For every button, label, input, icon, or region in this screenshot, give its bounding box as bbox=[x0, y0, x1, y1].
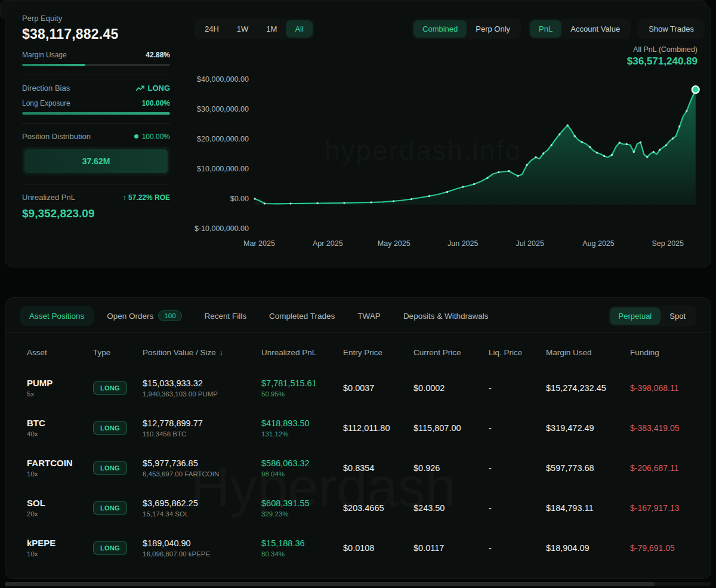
metric-toggle-group: PnLAccount Value bbox=[528, 19, 631, 39]
position-value: $15,033,933.32 bbox=[143, 378, 261, 388]
asset-name: kPEPE bbox=[27, 538, 93, 548]
tab-label: Deposits & Withdrawals bbox=[403, 312, 489, 321]
entry-price-cell: $0.0108 bbox=[343, 543, 413, 553]
data-point bbox=[411, 198, 412, 200]
data-point bbox=[428, 195, 430, 197]
unrealized-pnl-percent: 131.12% bbox=[261, 430, 343, 438]
data-point bbox=[446, 191, 448, 193]
asset-leverage: 10x bbox=[27, 470, 93, 478]
tab-label: TWAP bbox=[357, 312, 381, 321]
unrealized-pnl-percent: 329.23% bbox=[261, 510, 343, 518]
perp-equity-value: $38,117,882.45 bbox=[22, 26, 170, 42]
unrealized-pnl-cell: $15,188.3680.34% bbox=[261, 538, 343, 558]
show-trades-button-show-trades[interactable]: Show Trades bbox=[640, 20, 703, 38]
type-cell: LONG bbox=[93, 461, 143, 475]
market-toggle: PerpetualSpot bbox=[608, 306, 696, 327]
mode-button-combined[interactable]: Combined bbox=[413, 20, 467, 38]
position-size: 15,174.34 SOL bbox=[143, 510, 261, 518]
tab-label: Asset Positions bbox=[29, 312, 84, 321]
y-axis-tick: $10,000,000.00 bbox=[197, 165, 249, 173]
asset-cell: SOL20x bbox=[27, 498, 93, 518]
position-value: $12,778,899.77 bbox=[143, 418, 261, 428]
data-point bbox=[574, 135, 576, 137]
tab-open-orders[interactable]: Open Orders100 bbox=[97, 305, 191, 327]
y-axis-tick: $20,000,000.00 bbox=[197, 135, 249, 143]
metric-button-pnl[interactable]: PnL bbox=[530, 20, 561, 38]
mode-button-perp-only[interactable]: Perp Only bbox=[467, 20, 519, 38]
show-trades-group: Show Trades bbox=[638, 19, 705, 39]
position-distribution-bar-label: 37.62M bbox=[24, 149, 168, 173]
divider bbox=[22, 75, 170, 75]
x-axis-tick: Jun 2025 bbox=[448, 239, 478, 248]
column-header-current-price[interactable]: Current Price bbox=[413, 348, 489, 357]
funding-cell: $-398,068.11 bbox=[630, 383, 696, 393]
tab-deposits-withdrawals[interactable]: Deposits & Withdrawals bbox=[394, 306, 498, 326]
horizontal-scrollbar[interactable] bbox=[5, 582, 711, 586]
pnl-chart[interactable]: hyperdash.info $40,000,000.00$30,000,000… bbox=[184, 69, 706, 253]
column-header-position-value-size[interactable]: Position Value / Size↓ bbox=[143, 348, 261, 357]
y-axis-tick: $30,000,000.00 bbox=[197, 105, 249, 113]
market-button-perpetual[interactable]: Perpetual bbox=[610, 307, 661, 325]
column-header-type[interactable]: Type bbox=[93, 348, 143, 357]
range-button-24h[interactable]: 24H bbox=[196, 20, 228, 38]
column-header-liq-price[interactable]: Liq. Price bbox=[489, 348, 546, 357]
market-button-spot[interactable]: Spot bbox=[661, 307, 695, 325]
unrealized-pnl-value: $608,391.55 bbox=[261, 498, 343, 508]
margin-usage-label: Margin Usage bbox=[22, 51, 67, 59]
liq-price-cell: - bbox=[489, 463, 546, 473]
range-button-1m[interactable]: 1M bbox=[257, 20, 286, 38]
table-row[interactable]: SOL20xLONG$3,695,862.2515,174.34 SOL$608… bbox=[5, 488, 711, 528]
data-point bbox=[653, 151, 655, 153]
table-row[interactable]: PUMP5xLONG$15,033,933.321,940,363,103.00… bbox=[5, 368, 711, 408]
tab-asset-positions[interactable]: Asset Positions bbox=[20, 306, 94, 326]
scrollbar-thumb[interactable] bbox=[5, 582, 655, 586]
table-row[interactable]: kPEPE10xLONG$189,040.9016,096,807.00 kPE… bbox=[5, 528, 711, 568]
margin-usage-value: 42.88% bbox=[146, 51, 170, 59]
current-price-cell: $0.0117 bbox=[413, 543, 489, 553]
x-axis-tick: Aug 2025 bbox=[582, 239, 615, 248]
current-price-cell: $0.0002 bbox=[413, 383, 489, 393]
liq-price-cell: - bbox=[489, 503, 546, 513]
all-pnl-label: All PnL (Combined) bbox=[184, 45, 698, 54]
unrealized-pnl-label: Unrealized PnL bbox=[22, 193, 75, 202]
column-header-entry-price[interactable]: Entry Price bbox=[343, 348, 413, 357]
range-button-all[interactable]: All bbox=[286, 20, 312, 38]
tab-completed-trades[interactable]: Completed Trades bbox=[260, 306, 344, 326]
asset-cell: FARTCOIN10x bbox=[27, 458, 93, 478]
margin-used-cell: $15,274,232.45 bbox=[546, 383, 630, 393]
position-size: 1,940,363,103.00 PUMP bbox=[143, 390, 261, 398]
positions-table: Hyperdash AssetTypePosition Value / Size… bbox=[5, 337, 711, 568]
table-row[interactable]: FARTCOIN10xLONG$5,977,736.856,453,697.00… bbox=[5, 448, 711, 488]
perp-equity-section: Perp Equity $38,117,882.45 Margin Usage … bbox=[22, 14, 170, 66]
unrealized-pnl-cell: $418,893.50131.12% bbox=[261, 418, 343, 438]
unrealized-pnl-percent: 98.04% bbox=[261, 470, 343, 478]
unrealized-pnl-value: $7,781,515.61 bbox=[261, 378, 343, 388]
position-value-cell: $15,033,933.321,940,363,103.00 PUMP bbox=[143, 378, 261, 398]
tab-twap[interactable]: TWAP bbox=[348, 306, 390, 326]
column-header-asset[interactable]: Asset bbox=[27, 348, 93, 357]
trending-up-icon bbox=[135, 85, 144, 92]
x-axis-tick: Mar 2025 bbox=[243, 239, 275, 248]
column-header-unrealized-pnl[interactable]: Unrealized PnL bbox=[261, 348, 343, 357]
pnl-chart-section: 24H1W1MAll CombinedPerp Only PnLAccount … bbox=[184, 14, 706, 264]
column-header-margin-used[interactable]: Margin Used bbox=[546, 348, 630, 357]
current-price-cell: $243.50 bbox=[413, 503, 489, 513]
data-point bbox=[646, 156, 648, 158]
divider bbox=[22, 184, 170, 184]
position-size: 16,096,807.00 kPEPE bbox=[143, 550, 261, 558]
x-axis-tick: Jul 2025 bbox=[516, 239, 544, 248]
position-value-cell: $5,977,736.856,453,697.00 FARTCOIN bbox=[143, 458, 261, 478]
tab-recent-fills[interactable]: Recent Fills bbox=[195, 306, 257, 326]
table-row[interactable]: BTC40xLONG$12,778,899.77110.3456 BTC$418… bbox=[5, 408, 711, 448]
column-header-funding[interactable]: Funding bbox=[630, 348, 696, 357]
metric-button-account-value[interactable]: Account Value bbox=[561, 20, 629, 38]
type-cell: LONG bbox=[93, 381, 143, 395]
tab-label: Open Orders bbox=[107, 312, 153, 321]
data-point bbox=[542, 152, 544, 154]
data-point bbox=[473, 183, 475, 185]
pnl-area-fill bbox=[255, 90, 696, 205]
position-size: 6,453,697.00 FARTCOIN bbox=[143, 470, 261, 478]
data-point bbox=[678, 125, 680, 127]
range-button-1w[interactable]: 1W bbox=[228, 20, 258, 38]
margin-used-cell: $18,904.09 bbox=[546, 543, 630, 553]
